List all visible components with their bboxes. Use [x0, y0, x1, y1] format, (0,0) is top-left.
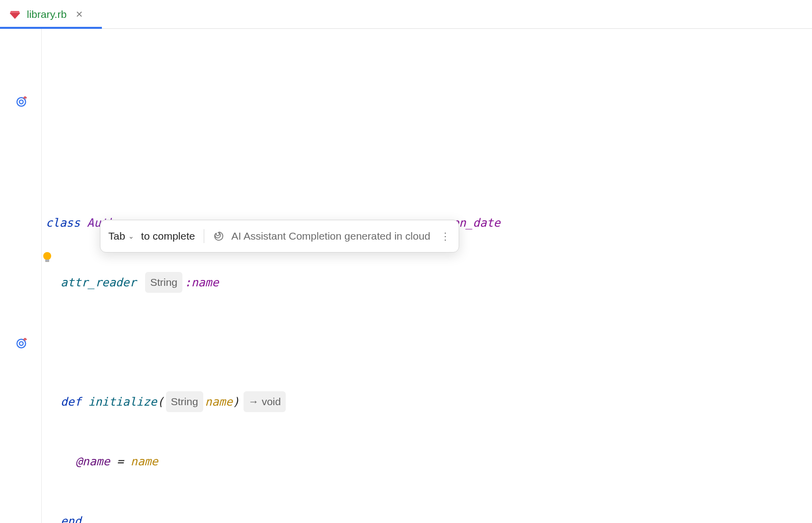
editor-area: on_date Tab ⌄ to complete AI Assistant C…: [0, 29, 812, 523]
complete-text: to complete: [141, 226, 195, 246]
code-editor[interactable]: on_date Tab ⌄ to complete AI Assistant C…: [42, 29, 812, 523]
svg-rect-7: [45, 260, 49, 262]
method-name: initialize: [88, 392, 157, 412]
svg-point-2: [17, 97, 25, 106]
type-hint-pill: String: [145, 272, 182, 293]
attr-reader: attr_reader: [61, 272, 136, 292]
file-tab[interactable]: library.rb ✕: [0, 0, 92, 28]
ivar: @name: [76, 451, 110, 471]
svg-point-5: [19, 342, 23, 346]
keyword-class: class: [46, 213, 80, 233]
keyword-end: end: [61, 511, 81, 523]
paren: ): [233, 392, 240, 412]
tab-key-hint[interactable]: Tab ⌄: [108, 226, 134, 246]
more-icon[interactable]: ⋮: [440, 226, 451, 246]
attr-peek-text: on_date: [452, 213, 500, 233]
intention-bulb-icon[interactable]: [1, 231, 11, 241]
cloud-text: AI Assistant Completion generated in clo…: [231, 226, 430, 246]
tab-filename: library.rb: [27, 8, 67, 20]
symbol-name: :name: [184, 272, 219, 292]
return-hint-pill: → void: [244, 391, 286, 412]
svg-point-4: [17, 339, 25, 348]
param: name: [205, 392, 233, 412]
paren: (: [157, 392, 164, 412]
keyword-def: def: [61, 392, 81, 412]
completion-popup: Tab ⌄ to complete AI Assistant Completio…: [100, 220, 459, 253]
type-hint-pill: String: [166, 391, 203, 412]
ai-spiral-icon: [213, 231, 224, 242]
editor-tab-bar: library.rb ✕: [0, 0, 812, 29]
param-ref: name: [131, 451, 158, 471]
svg-point-3: [19, 100, 23, 104]
svg-marker-1: [10, 11, 20, 13]
equals: =: [117, 451, 124, 471]
chevron-down-icon[interactable]: ⌄: [128, 226, 134, 246]
run-target-icon[interactable]: [16, 95, 29, 108]
close-icon[interactable]: ✕: [76, 10, 83, 19]
svg-point-6: [43, 252, 51, 260]
run-target-icon[interactable]: [16, 337, 29, 350]
popup-divider: [204, 229, 204, 243]
ruby-icon: [9, 8, 21, 20]
